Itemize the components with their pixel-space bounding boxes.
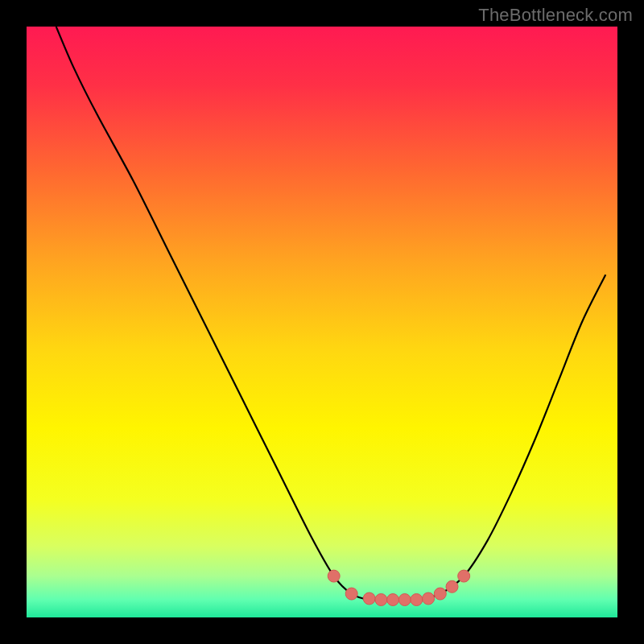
marker-dot (375, 594, 387, 606)
plot-area (27, 27, 617, 617)
marker-dot (446, 580, 458, 592)
gradient-background (27, 27, 617, 617)
marker-dot (328, 570, 340, 582)
marker-dot (434, 588, 446, 600)
marker-dot (458, 570, 470, 582)
chart-frame: TheBottleneck.com (0, 0, 644, 644)
plot-svg (27, 27, 617, 617)
marker-dot (398, 594, 411, 606)
marker-dot (387, 594, 399, 606)
marker-dot (411, 594, 423, 606)
marker-dot (345, 588, 357, 600)
attribution-text: TheBottleneck.com (478, 5, 633, 26)
marker-dot (423, 592, 435, 605)
marker-dot (363, 592, 375, 605)
